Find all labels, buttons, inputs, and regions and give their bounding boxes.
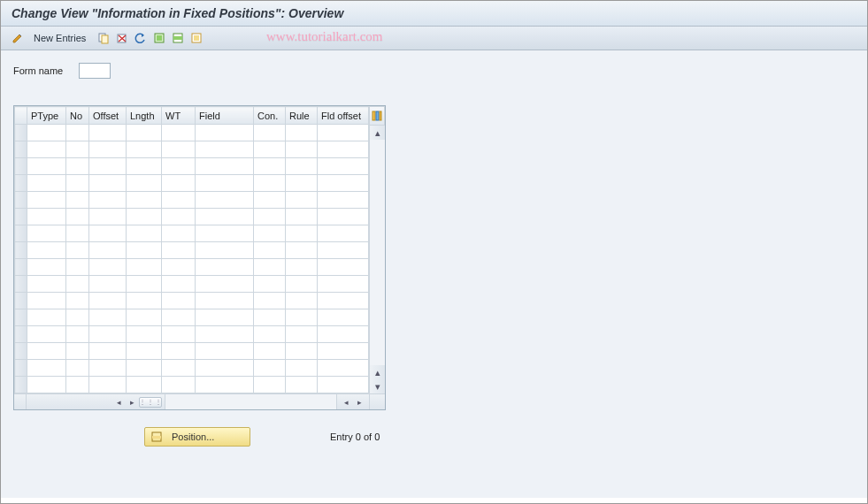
table-row[interactable]	[15, 225, 369, 242]
cell[interactable]	[254, 293, 286, 309]
vertical-scrollbar[interactable]: ▴ ▴ ▾	[369, 126, 385, 393]
cell[interactable]	[318, 158, 369, 175]
cell[interactable]	[27, 192, 66, 209]
cell[interactable]	[162, 309, 196, 326]
cell[interactable]	[254, 377, 286, 393]
row-handle[interactable]	[15, 225, 27, 242]
cell[interactable]	[196, 175, 254, 192]
cell[interactable]	[286, 309, 318, 326]
horizontal-scrollbar[interactable]: ◂ ▸ ⋮⋮⋮ ◂ ▸	[14, 393, 385, 409]
cell[interactable]	[66, 242, 89, 259]
cell[interactable]	[127, 175, 162, 192]
cell[interactable]	[127, 209, 162, 225]
cell[interactable]	[66, 309, 89, 326]
cell[interactable]	[127, 309, 162, 326]
cell[interactable]	[318, 309, 369, 326]
cell[interactable]	[127, 326, 162, 343]
cell[interactable]	[66, 158, 89, 175]
cell[interactable]	[254, 276, 286, 293]
col-header-fld-offset[interactable]: Fld offset	[318, 107, 369, 125]
table-row[interactable]	[15, 209, 369, 225]
cell[interactable]	[318, 141, 369, 158]
table-row[interactable]	[15, 326, 369, 343]
cell[interactable]	[318, 343, 369, 360]
cell[interactable]	[127, 225, 162, 242]
undo-icon[interactable]	[133, 30, 149, 46]
cell[interactable]	[27, 225, 66, 242]
cell[interactable]	[27, 309, 66, 326]
cell[interactable]	[162, 175, 196, 192]
cell[interactable]	[254, 225, 286, 242]
cell[interactable]	[196, 360, 254, 377]
cell[interactable]	[196, 225, 254, 242]
cell[interactable]	[286, 192, 318, 209]
cell[interactable]	[89, 125, 127, 141]
cell[interactable]	[89, 293, 127, 309]
row-handle[interactable]	[15, 242, 27, 259]
cell[interactable]	[286, 276, 318, 293]
cell[interactable]	[66, 259, 89, 276]
cell[interactable]	[254, 125, 286, 141]
cell[interactable]	[162, 360, 196, 377]
copy-icon[interactable]	[96, 30, 111, 46]
scroll-right-icon[interactable]: ▸	[126, 398, 138, 407]
cell[interactable]	[89, 343, 127, 360]
cell[interactable]	[162, 377, 196, 393]
cell[interactable]	[196, 276, 254, 293]
cell[interactable]	[162, 225, 196, 242]
cell[interactable]	[127, 192, 162, 209]
toggle-change-icon[interactable]	[10, 30, 26, 46]
cell[interactable]	[196, 326, 254, 343]
cell[interactable]	[162, 276, 196, 293]
cell[interactable]	[254, 192, 286, 209]
col-header-no[interactable]: No	[66, 107, 89, 125]
cell[interactable]	[318, 259, 369, 276]
cell[interactable]	[127, 276, 162, 293]
cell[interactable]	[318, 225, 369, 242]
cell[interactable]	[66, 276, 89, 293]
cell[interactable]	[89, 259, 127, 276]
form-name-input[interactable]	[79, 63, 111, 79]
row-handle[interactable]	[15, 141, 27, 158]
cell[interactable]	[196, 158, 254, 175]
cell[interactable]	[254, 175, 286, 192]
cell[interactable]	[127, 141, 162, 158]
cell[interactable]	[27, 343, 66, 360]
cell[interactable]	[66, 225, 89, 242]
cell[interactable]	[254, 209, 286, 225]
table-row[interactable]	[15, 175, 369, 192]
table-row[interactable]	[15, 276, 369, 293]
cell[interactable]	[196, 377, 254, 393]
row-handle[interactable]	[15, 125, 27, 141]
cell[interactable]	[254, 141, 286, 158]
cell[interactable]	[254, 360, 286, 377]
cell[interactable]	[66, 326, 89, 343]
hscroll-track[interactable]	[165, 394, 337, 409]
deselect-all-icon[interactable]	[188, 30, 204, 46]
scroll-down2-icon[interactable]: ▾	[370, 379, 385, 393]
cell[interactable]	[318, 125, 369, 141]
cell[interactable]	[27, 377, 66, 393]
scroll-track[interactable]	[370, 140, 385, 365]
cell[interactable]	[196, 192, 254, 209]
cell[interactable]	[127, 158, 162, 175]
cell[interactable]	[286, 360, 318, 377]
cell[interactable]	[162, 141, 196, 158]
row-handle[interactable]	[15, 309, 27, 326]
cell[interactable]	[286, 175, 318, 192]
cell[interactable]	[66, 293, 89, 309]
row-handle[interactable]	[15, 259, 27, 276]
cell[interactable]	[127, 293, 162, 309]
cell[interactable]	[162, 259, 196, 276]
cell[interactable]	[27, 242, 66, 259]
cell[interactable]	[286, 293, 318, 309]
scroll-right2-icon[interactable]: ▸	[354, 398, 366, 407]
col-header-field[interactable]: Field	[196, 107, 254, 125]
cell[interactable]	[89, 225, 127, 242]
cell[interactable]	[318, 242, 369, 259]
cell[interactable]	[196, 343, 254, 360]
cell[interactable]	[66, 141, 89, 158]
cell[interactable]	[27, 360, 66, 377]
cell[interactable]	[89, 276, 127, 293]
cell[interactable]	[89, 192, 127, 209]
